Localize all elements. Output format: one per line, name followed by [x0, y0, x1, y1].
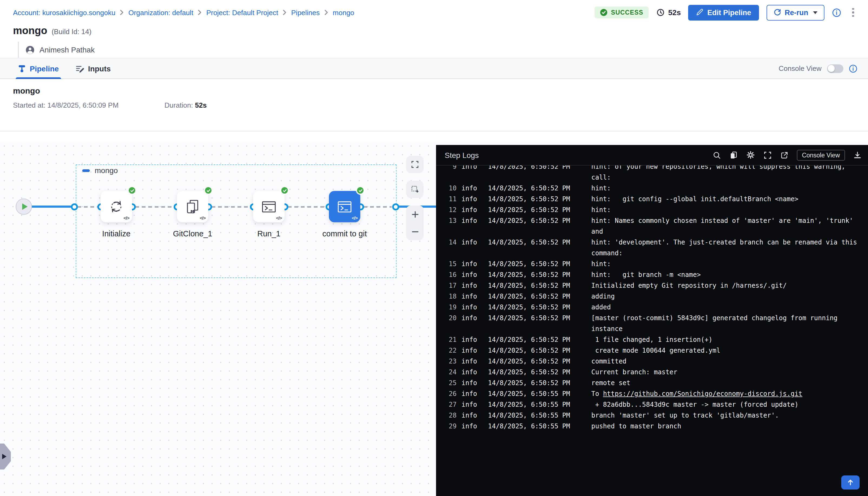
chevron-right-icon [120, 10, 124, 15]
tab-inputs[interactable]: Inputs [75, 58, 111, 78]
info-icon[interactable] [832, 8, 841, 17]
code-icon: </> [352, 215, 358, 221]
pencil-icon [696, 9, 703, 16]
log-message: added [591, 302, 863, 313]
code-icon: </> [200, 215, 205, 221]
breadcrumb-project[interactable]: Project: Default Project [206, 9, 278, 16]
log-message: pushed to master branch [591, 421, 863, 432]
zoom-out-button[interactable] [406, 223, 423, 240]
chevron-right-icon [198, 10, 202, 15]
edge-dashed [288, 206, 325, 207]
log-row: 9info14/8/2025, 6:50:52 PMhint: of your … [436, 166, 868, 183]
stage-info-bar: mongo Started at: 14/8/2025, 6:50:09 PM … [0, 79, 868, 131]
duration-value: 52s [195, 101, 207, 109]
console-view-group: Console View [778, 58, 857, 78]
user-avatar-icon [26, 45, 35, 55]
author-name: Animesh Pathak [40, 45, 95, 54]
log-row: 21info14/8/2025, 6:50:52 PM 1 file chang… [436, 334, 868, 345]
collapse-stage-icon[interactable] [82, 169, 90, 172]
search-icon[interactable] [713, 151, 722, 159]
total-duration: 52s [656, 8, 681, 17]
canvas-controls [406, 156, 423, 240]
log-row: 17info14/8/2025, 6:50:52 PMInitialized e… [436, 280, 868, 291]
breadcrumb-pipeline-name[interactable]: mongo [333, 9, 354, 16]
log-message: hint: Names commonly chosen instead of '… [591, 215, 863, 237]
copy-icon[interactable] [729, 151, 738, 159]
rerun-button[interactable]: Re-run [766, 4, 824, 20]
console-view-button[interactable]: Console View [797, 150, 845, 160]
log-message: 1 file changed, 1 insertion(+) [591, 334, 863, 345]
edge-dashed [212, 206, 249, 207]
expand-panel-handle[interactable] [0, 444, 11, 469]
step-success-icon [128, 186, 136, 195]
console-view-toggle[interactable] [827, 64, 843, 73]
expand-arrow-icon [2, 454, 6, 459]
more-options-menu-icon[interactable] [849, 6, 857, 19]
settings-gear-icon[interactable] [746, 150, 756, 159]
zoom-in-button[interactable] [406, 205, 423, 223]
chevron-right-icon [283, 10, 287, 15]
pipeline-node-initialize[interactable]: </> [100, 191, 132, 222]
edge-start-to-stage [31, 205, 71, 208]
breadcrumb-account[interactable]: Account: kurosakiichigo.songoku [13, 9, 115, 16]
edge-dashed [77, 206, 97, 207]
step-success-icon [204, 186, 213, 195]
pipeline-icon [18, 64, 26, 73]
log-message: adding [591, 291, 863, 302]
fullscreen-icon[interactable] [764, 151, 772, 159]
pipeline-node-commit-to-git[interactable]: </> [329, 191, 360, 222]
marquee-select-button[interactable] [406, 181, 423, 198]
header-actions: SUCCESS 52s Edit Pipeline Re-run [595, 4, 857, 20]
log-content[interactable]: 9info14/8/2025, 6:50:52 PMhint: of your … [436, 166, 868, 496]
chevron-right-icon [324, 10, 328, 15]
step-logs-panel: Step Logs Console View 9info14/8/2025, 6… [436, 145, 868, 496]
author-row: Animesh Pathak [18, 42, 868, 58]
breadcrumb-organization[interactable]: Organization: default [128, 9, 193, 16]
log-row: 29info14/8/2025, 6:50:55 PMpushed to mas… [436, 421, 868, 432]
log-row: 19info14/8/2025, 6:50:52 PMadded [436, 302, 868, 313]
log-message: hint: git branch -m <name> [591, 269, 863, 280]
page-header: Account: kurosakiichigo.songoku Organiza… [0, 0, 868, 58]
log-row: 22info14/8/2025, 6:50:52 PM create mode … [436, 345, 868, 356]
log-message: hint: [591, 204, 863, 215]
log-link[interactable]: https://github.com/Sonichigo/economy-dis… [603, 390, 802, 398]
console-view-info-icon[interactable] [849, 64, 857, 73]
log-message: + 82a6dbb...5843d9c master -> master (fo… [591, 399, 863, 410]
stage-title: mongo [13, 86, 855, 95]
log-row: 10info14/8/2025, 6:50:52 PMhint: [436, 183, 868, 193]
tab-pipeline[interactable]: Pipeline [18, 58, 59, 78]
step-logs-header: Step Logs Console View [436, 145, 868, 166]
log-message: remote set [591, 377, 863, 388]
breadcrumb-pipelines[interactable]: Pipelines [291, 9, 320, 16]
page-title: mongo [13, 25, 47, 37]
log-row: 15info14/8/2025, 6:50:52 PMhint: [436, 259, 868, 269]
log-message: To https://github.com/Sonichigo/economy-… [591, 388, 863, 399]
refresh-icon [773, 9, 781, 16]
log-message: hint: [591, 259, 863, 269]
console-view-label: Console View [778, 64, 821, 73]
log-row: 26info14/8/2025, 6:50:55 PMTo https://gi… [436, 388, 868, 399]
log-row: 12info14/8/2025, 6:50:52 PMhint: [436, 204, 868, 215]
scroll-to-top-button[interactable] [841, 476, 859, 490]
log-row: 27info14/8/2025, 6:50:55 PM + 82a6dbb...… [436, 399, 868, 410]
pipeline-execution-page: Account: kurosakiichigo.songoku Organiza… [0, 0, 868, 496]
node-label-gitclone: GitClone_1 [157, 229, 228, 238]
open-in-new-icon[interactable] [780, 151, 789, 159]
pipeline-node-run[interactable]: </> [253, 191, 284, 222]
fit-to-screen-button[interactable] [406, 156, 423, 173]
terminal-icon [336, 199, 353, 215]
node-label-run: Run_1 [234, 229, 304, 238]
log-message: create mode 100644 generated.yml [591, 345, 863, 356]
step-logs-title: Step Logs [445, 151, 713, 159]
log-row: 14info14/8/2025, 6:50:52 PMhint: 'develo… [436, 237, 868, 259]
log-message: hint: git config --global init.defaultBr… [591, 193, 863, 204]
log-message: hint: of your new repositories, which wi… [591, 166, 863, 183]
pipeline-node-gitclone[interactable]: </> [177, 191, 208, 222]
stage-group-label: mongo [95, 166, 118, 175]
git-clone-icon [185, 199, 201, 215]
edit-pipeline-button[interactable]: Edit Pipeline [688, 4, 759, 20]
duration-label: Duration: [165, 101, 193, 109]
download-icon[interactable] [853, 151, 862, 159]
initialize-sync-icon [108, 199, 124, 215]
log-message: hint: 'development'. The just-created br… [591, 237, 863, 259]
